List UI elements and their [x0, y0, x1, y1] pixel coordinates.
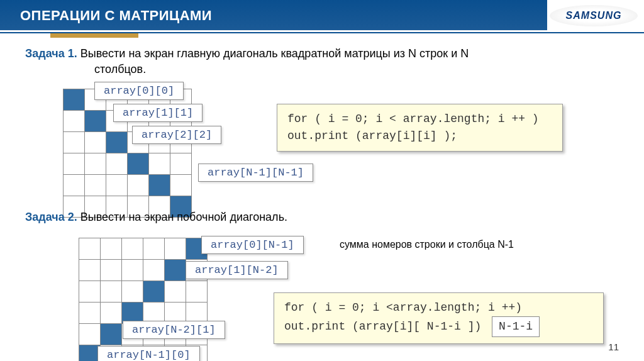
callout-a00: array[0][0]	[94, 82, 184, 100]
task1-line2: столбцов.	[94, 63, 631, 76]
code2-line-1: for ( i = 0; i <array.length; i ++)	[284, 299, 593, 316]
callout-a22: array[2][2]	[132, 126, 221, 144]
callout-b3: array[N-1][0]	[97, 346, 200, 361]
task1-line1: Задача 1. Вывести на экран главную диаго…	[25, 47, 631, 60]
task1-text: Вывести на экран главную диагональ квадр…	[80, 47, 469, 60]
callout-b1: array[1][N-2]	[186, 261, 288, 279]
code2-line-2: out.print (array[i][ N-1-i ]) N-1-i	[284, 316, 593, 337]
matrix2-wrap	[60, 233, 208, 361]
task1-section: Задача 1. Вывести на экран главную диаго…	[25, 47, 631, 81]
task2-text: Вывести на экран побочной диагональ.	[80, 211, 287, 223]
task1-code: for ( i = 0; i < array.length; i ++ ) ou…	[277, 104, 563, 152]
callout-b2: array[N-2][1]	[123, 321, 225, 339]
slide-header: ОПЕРАЦИИ С МАТРИЦАМИ SAMSUNG	[0, 0, 644, 30]
task2-note: сумма номеров строки и столбца N-1	[340, 239, 514, 250]
task2-line: Задача 2. Вывести на экран побочной диаг…	[25, 211, 631, 224]
gold-accent	[50, 33, 138, 38]
page-title: ОПЕРАЦИИ С МАТРИЦАМИ	[20, 8, 212, 24]
task2-label: Задача 2.	[25, 211, 77, 223]
code-line-1: for ( i = 0; i < array.length; i ++ )	[287, 111, 552, 128]
matrix2	[79, 238, 208, 361]
task2-section: Задача 2. Вывести на экран побочной диаг…	[25, 211, 631, 226]
callout-b0: array[0][N-1]	[201, 236, 304, 254]
highlight-index: N-1-i	[492, 316, 540, 337]
task2-code: for ( i = 0; i <array.length; i ++) out.…	[274, 292, 604, 344]
brand-logo: SAMSUNG	[550, 5, 638, 26]
code-line-2: out.print (array[i][i] );	[287, 128, 552, 145]
task1-label: Задача 1.	[25, 47, 77, 60]
callout-ann: array[N-1][N-1]	[198, 164, 313, 182]
page-number: 11	[608, 342, 619, 352]
callout-a11: array[1][1]	[113, 104, 203, 122]
